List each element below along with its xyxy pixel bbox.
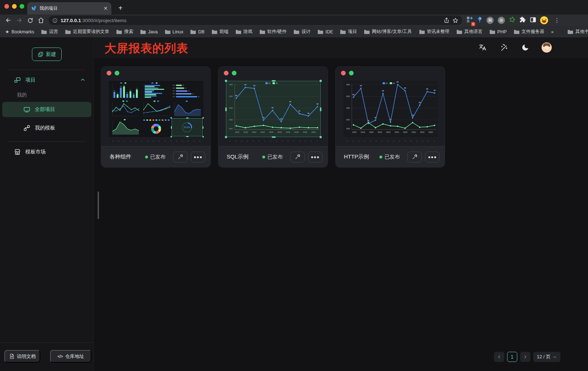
bookmark-item[interactable]: 其他语言 [456, 29, 482, 35]
mini-chart-hbar [141, 82, 172, 100]
bookmark-item[interactable]: 运营 [41, 29, 58, 35]
browser-tab[interactable]: 我的项目 ✕ [27, 2, 111, 15]
docs-button[interactable]: 说明文档 [4, 350, 40, 363]
sidebar-item-my-templates[interactable]: 我的模板 [23, 121, 55, 135]
project-preview-thumbnail[interactable] [343, 81, 438, 137]
more-actions-button[interactable]: ●●● [191, 152, 205, 162]
dark-mode-moon-icon[interactable] [520, 42, 530, 53]
bookmark-item[interactable]: 软件/硬件 [259, 29, 287, 35]
browser-menu-icon[interactable]: ⋮ [554, 17, 560, 24]
new-tab-button[interactable]: + [115, 3, 126, 13]
ellipsis-icon: ●●● [194, 154, 203, 160]
bookmark-item[interactable]: ★Bookmarks [5, 29, 34, 34]
bookmark-item[interactable]: Java [140, 29, 157, 34]
bookmark-label: Linux [173, 29, 184, 34]
titlebar: 我的项目 ✕ + [0, 0, 588, 15]
project-preview-thumbnail[interactable] [226, 81, 321, 137]
prev-page-button[interactable] [494, 352, 504, 362]
project-card[interactable]: 25.00% 各种组件 已发布 ●●● [101, 66, 211, 168]
mini-chart-donut [141, 118, 172, 136]
bookmark-item[interactable]: 前端 [211, 29, 229, 35]
bookmark-item[interactable]: 文件服务器 [514, 29, 544, 35]
create-new-button[interactable]: 新建 [32, 48, 62, 61]
url-text[interactable]: 127.0.0.1:3000/#/project/items [61, 18, 441, 23]
puzzle-extensions-icon[interactable] [519, 16, 526, 24]
bookmark-item[interactable]: 资讯未整理 [419, 29, 450, 35]
edit-project-button[interactable] [173, 152, 188, 162]
user-avatar[interactable] [542, 42, 552, 53]
bookmark-star-icon[interactable] [452, 17, 459, 24]
tab-manager-extension-icon[interactable]: 9 [466, 16, 473, 24]
project-name: 各种组件 [110, 153, 145, 160]
sidebar-toggle-icon[interactable] [530, 17, 536, 24]
bookmark-item[interactable]: DB [190, 29, 204, 34]
bookmark-item[interactable]: 项目 [340, 29, 357, 35]
bookmark-item[interactable]: 其他书签 [567, 29, 588, 35]
sidebar-footer-divider [0, 342, 93, 343]
bookmark-label: 其他语言 [464, 29, 482, 35]
bookmark-item[interactable]: 设计 [293, 29, 311, 35]
sidebar-group-project[interactable]: 项目 [14, 74, 36, 86]
bookmark-label: 资讯未整理 [427, 29, 450, 35]
bookmark-item[interactable]: 网站/博客/文章/工具 [364, 29, 412, 35]
bookmarks-bar: ★Bookmarks运营近期需要读的文章搜索JavaLinuxDB前端游戏软件/… [0, 26, 588, 37]
more-actions-button[interactable]: ●●● [308, 152, 322, 162]
folder-icon [41, 29, 47, 34]
magic-wand-icon[interactable] [499, 42, 509, 53]
page-size-label: 12 / 页 [537, 354, 551, 360]
window-controls [4, 4, 24, 9]
mini-chart-area [110, 118, 141, 136]
bookmark-item[interactable]: 近期需要读的文章 [65, 29, 109, 35]
record-extension-icon[interactable] [498, 17, 505, 24]
command-extension-icon[interactable]: ⌘ [486, 17, 494, 24]
tab-close-icon[interactable]: ✕ [103, 5, 108, 11]
edit-project-button[interactable] [407, 152, 422, 162]
mini-chart-gauge: 25.00% [172, 118, 203, 136]
profile-avatar-emoji[interactable] [540, 16, 548, 24]
bookmarks-overflow-chevron[interactable]: » [551, 29, 554, 34]
bookmark-label: IDE [325, 29, 333, 34]
more-actions-button[interactable]: ●●● [425, 152, 440, 162]
folder-icon [140, 29, 146, 34]
minimize-window-button[interactable] [12, 4, 17, 9]
balloon-extension-icon[interactable] [477, 16, 482, 24]
current-page-button[interactable]: 1 [507, 352, 517, 362]
bookmark-item[interactable]: IDE [317, 29, 333, 34]
project-card[interactable]: HTTP示例 已发布 ●●● [335, 66, 445, 168]
green-star-extension-icon[interactable] [509, 16, 515, 24]
forward-icon[interactable] [14, 16, 25, 25]
project-preview-thumbnail[interactable]: 25.00% [109, 81, 203, 137]
chevron-down-icon [553, 355, 557, 359]
back-icon[interactable] [3, 16, 14, 25]
hammer-icon [412, 154, 418, 160]
bookmark-item[interactable]: Linux [165, 29, 184, 34]
bookmark-item[interactable]: 游戏 [235, 29, 252, 35]
folder-icon [567, 29, 573, 34]
chevron-up-icon[interactable] [80, 77, 85, 82]
next-page-button[interactable] [520, 352, 530, 362]
card-footer: SQL示例 已发布 ●●● [218, 146, 328, 167]
dotted-separator [344, 140, 436, 142]
sidebar-item-template-market[interactable]: 模板市场 [14, 145, 46, 158]
close-window-button[interactable] [4, 4, 9, 9]
home-icon[interactable] [36, 16, 46, 25]
published-status-label: 已发布 [267, 154, 283, 160]
sidebar-item-all-projects[interactable]: 全部项目 [2, 102, 91, 117]
folder-icon [235, 29, 241, 34]
translate-icon[interactable] [477, 42, 488, 53]
reload-icon[interactable] [25, 16, 36, 25]
published-status-dot [262, 156, 265, 158]
bookmark-item[interactable]: 搜索 [116, 29, 133, 35]
project-card[interactable]: SQL示例 已发布 ●●● [218, 66, 328, 168]
bookmark-item[interactable]: PHP [489, 29, 507, 34]
project-icon [14, 77, 21, 84]
edit-project-button[interactable] [290, 152, 305, 162]
repo-button[interactable]: </> 仓库地址 [50, 350, 91, 363]
share-icon[interactable] [444, 17, 449, 23]
maximize-window-button[interactable] [20, 4, 24, 9]
dotted-separator [227, 140, 319, 142]
address-bar[interactable]: 127.0.0.1:3000/#/project/items [49, 16, 462, 25]
scrollbar-thumb[interactable] [98, 191, 99, 219]
site-info-icon[interactable] [52, 18, 58, 23]
page-size-select[interactable]: 12 / 页 [533, 352, 560, 362]
